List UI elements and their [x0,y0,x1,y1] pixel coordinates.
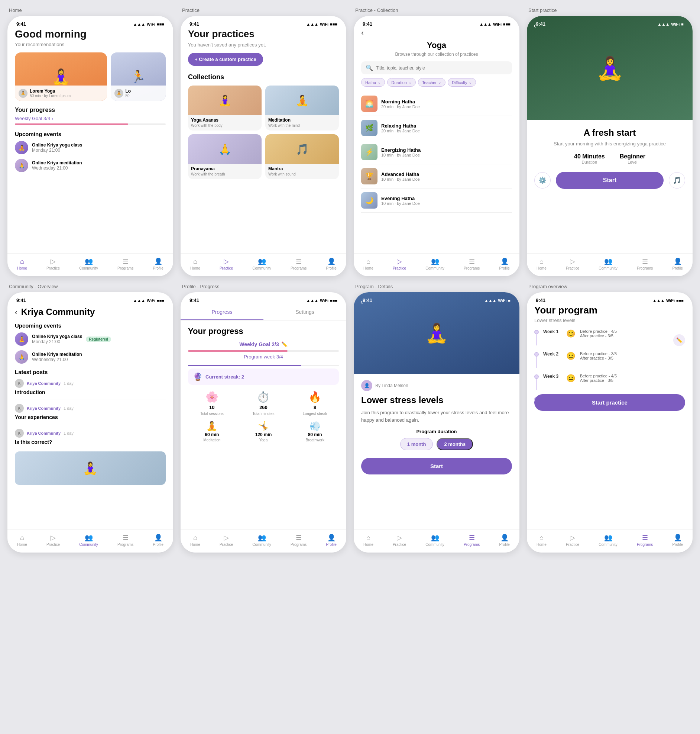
nav-community[interactable]: 👥 Community [79,257,98,270]
pdnav-community[interactable]: 👥 Community [425,534,444,547]
collection-mantra[interactable]: 🎵 Mantra Work with sound [265,134,339,179]
ovnav-profile[interactable]: 👤 Profile [672,534,683,547]
collection-meditation[interactable]: 🧘 Meditation Work with the mind [265,85,339,131]
cnav-profile[interactable]: 👤 Profile [499,257,510,270]
weekly-goal-text: Weekly Goal 3/4 [15,116,50,121]
pdnav-programs-label: Programs [464,542,480,547]
ovnav-programs[interactable]: ☰ Programs [637,534,653,547]
settings-icon: ⚙️ [538,176,547,184]
collections-grid: 🧘‍♀️ Yoga Asanas Work with the body 🧘 Me… [188,85,339,179]
cmnav-community[interactable]: 👥 Community [79,534,98,547]
pnav-profile[interactable]: 👤 Profile [326,257,337,270]
practice-item-2[interactable]: ⚡ Energizing Hatha 10 min · by Jane Doe [361,140,512,164]
weekly-goal[interactable]: Weekly Goal 3/4 › [15,116,166,121]
filter-duration[interactable]: Duration ⌄ [387,78,416,87]
create-practice-button[interactable]: + Create a custom practice [188,53,263,66]
nav-profile[interactable]: 👤 Profile [153,257,163,270]
pdnav-practice[interactable]: ▷ Practice [393,534,406,547]
snav-community[interactable]: 👥 Community [599,257,618,270]
ppnav-programs[interactable]: ☰ Programs [291,534,306,547]
cmnav-practice[interactable]: ▷ Practice [46,534,60,547]
practice-item-0[interactable]: 🌅 Morning Hatha 20 min · by Jane Doe [361,92,512,116]
cnav-community[interactable]: 👥 Community [425,257,444,270]
event-item-2[interactable]: 🙏 Online Kriya meditation Wednesday 21:0… [15,159,166,172]
post-item-0[interactable]: K Kriya Community 1 day Introduction [15,379,166,399]
collection-yoga[interactable]: 🧘‍♀️ Yoga Asanas Work with the body [188,85,262,131]
week-2-dot [534,352,539,357]
home-card-1[interactable]: 🧘‍♀️ 🧘 Lorem Yoga 50 min · by Lorem Ipsu… [15,52,107,101]
week-3-after: After practice - 3/5 [580,378,617,383]
pnav-practice[interactable]: ▷ Practice [219,257,233,270]
pdnav-programs[interactable]: ☰ Programs [464,534,480,547]
cnav-practice[interactable]: ▷ Practice [393,257,406,270]
program-hero-back-button[interactable]: ‹ [360,298,363,306]
tab-progress[interactable]: Progress [181,305,263,320]
ovnav-home[interactable]: ⌂ Home [537,534,547,547]
ovnav-practice[interactable]: ▷ Practice [566,534,579,547]
community-back-button[interactable]: ‹ [15,308,18,317]
home-bottom-nav: ⌂ Home ▷ Practice 👥 Community ☰ Programs… [7,253,173,276]
search-input[interactable] [376,65,507,71]
snav-practice-label: Practice [566,266,579,270]
filter-difficulty[interactable]: Difficulty ⌄ [448,78,476,87]
hero-back-button[interactable]: ‹ [534,21,536,30]
yoga-mini-lbl: Yoga [259,438,268,442]
program-prog-bar-wrap [188,365,339,366]
nav-practice[interactable]: ▷ Practice [46,257,60,270]
practice-item-4[interactable]: 🌙 Evening Hatha 10 min · by Jane Doe [361,189,512,213]
tab-settings[interactable]: Settings [263,305,346,320]
pdnav-home[interactable]: ⌂ Home [363,534,374,547]
duration-2months-button[interactable]: 2 months [437,438,473,450]
filter-teacher[interactable]: Teacher ⌄ [418,78,446,87]
home-label: Home [7,7,173,13]
ppnav-profile[interactable]: 👤 Profile [326,534,337,547]
cnav-home[interactable]: ⌂ Home [363,258,374,270]
cnav-programs[interactable]: ☰ Programs [464,257,480,270]
comm-event-1-avatar: 🧘 [15,332,28,346]
comm-event-2[interactable]: 🙏 Online Kriya meditation Wednesday 21.0… [15,350,166,364]
profile-status-icons: ▲▲▲ WiFi ■■■ [306,298,337,303]
prog-status-icons: ▲▲▲ WiFi ■ [484,298,510,303]
start-program-button[interactable]: Start [361,458,512,475]
snav-profile[interactable]: 👤 Profile [672,257,683,270]
pnav-home[interactable]: ⌂ Home [190,258,200,270]
nav-home[interactable]: ⌂ Home [17,258,27,270]
ovnav-community[interactable]: 👥 Community [599,534,618,547]
pnav-community[interactable]: 👥 Community [252,257,271,270]
edit-goal-icon[interactable]: ✏️ [281,341,288,347]
collection-pranayama[interactable]: 🙏 Pranayama Work with the breath [188,134,262,179]
pnav-programs[interactable]: ☰ Programs [291,257,306,270]
collection-back-button[interactable]: ‹ [361,28,512,37]
home-time: 9:41 [16,21,26,27]
duration-1month-button[interactable]: 1 month [400,438,433,450]
edit-pen-icon: ✏️ [676,337,682,343]
snav-programs[interactable]: ☰ Programs [637,257,653,270]
ppnav-community[interactable]: 👥 Community [252,534,271,547]
ppnav-practice[interactable]: ▷ Practice [219,534,233,547]
edit-program-button[interactable]: ✏️ [673,334,685,346]
community-nav-icon: 👥 [85,257,93,265]
search-bar[interactable]: 🔍 [361,61,512,74]
cmnav-home[interactable]: ⌂ Home [17,534,27,547]
post-item-1[interactable]: K Kriya Community 1 day Your experiences [15,404,166,424]
filter-hatha[interactable]: Hatha ⌄ [361,78,385,87]
nav-programs[interactable]: ☰ Programs [118,257,133,270]
settings-circle-button[interactable]: ⚙️ [534,172,551,189]
cmnav-programs[interactable]: ☰ Programs [118,534,133,547]
nav-practice-label: Practice [46,266,60,270]
snav-practice[interactable]: ▷ Practice [566,257,579,270]
mantra-collection-img: 🎵 [265,134,339,164]
start-practice-button[interactable]: Start practice [534,394,685,411]
practice-item-3[interactable]: 🏆 Advanced Hatha 10 min · by Jane Doe [361,164,512,189]
practice-item-1[interactable]: 🌿 Relaxing Hatha 20 min · by Jane Doe [361,116,512,140]
event-item-1[interactable]: 🧘 Online Kriya yoga class Monday 21:00 [15,141,166,154]
ppnav-home[interactable]: ⌂ Home [190,534,200,547]
snav-home[interactable]: ⌂ Home [537,258,547,270]
cmnav-profile[interactable]: 👤 Profile [153,534,163,547]
start-button[interactable]: Start [556,172,663,189]
comm-event-1[interactable]: 🧘 Online Kriya yoga class Monday 21:00 R… [15,332,166,346]
home-card-2[interactable]: 🏃 🧘 Lo 50 [111,52,166,101]
music-circle-button[interactable]: 🎵 [669,172,685,189]
pdnav-profile[interactable]: 👤 Profile [499,534,510,547]
post-item-2[interactable]: K Kriya Community 1 day Is this correct?… [15,429,166,485]
